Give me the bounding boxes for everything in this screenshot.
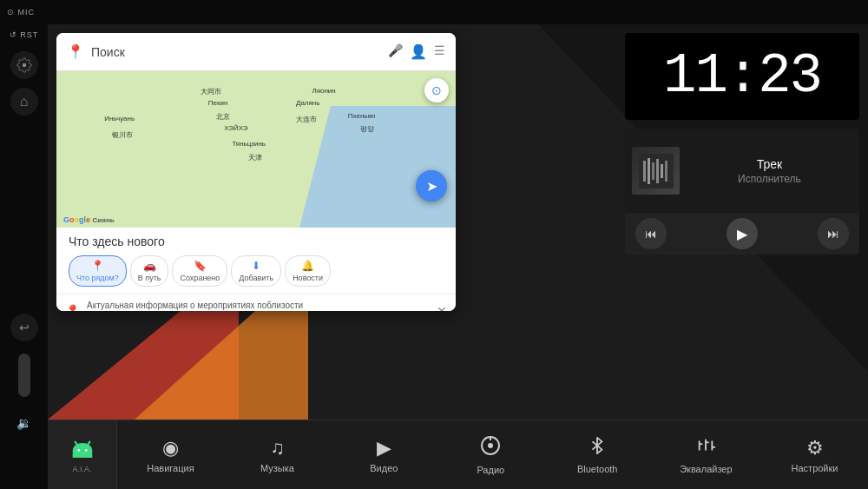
svg-point-13 <box>84 449 87 452</box>
city-tianjin: Тяньцзинь <box>232 140 266 148</box>
device-home-btn[interactable]: ⌂ <box>10 88 38 116</box>
music-icon: ♫ <box>270 437 285 459</box>
city-dalian-cn: 大连市 <box>296 115 317 124</box>
equalizer-label: Эквалайзер <box>680 464 732 474</box>
svg-line-11 <box>87 441 89 445</box>
city-tianjin-cn: 天津 <box>248 153 262 162</box>
city-beijing-cn: 北京 <box>216 112 230 122</box>
music-top: Трек Исполнитель <box>625 129 859 213</box>
navigation-label: Навигация <box>147 463 194 473</box>
bluetooth-icon <box>588 436 607 460</box>
settings-label: Настройки <box>792 463 838 473</box>
music-label: Музыка <box>260 463 294 473</box>
info-banner-icon: 📍 <box>65 304 80 311</box>
maps-mic-icon[interactable]: 🎤 <box>388 43 403 60</box>
city-beijing: Пекин <box>208 99 228 107</box>
whats-new-panel: Что здесь нового 📍 Что рядом? 🚗 В путь 🔖… <box>56 228 456 287</box>
info-banner: 📍 Актуальная информация о мероприятиях п… <box>56 294 456 311</box>
bluetooth-label: Bluetooth <box>577 464 617 474</box>
volume-slider[interactable] <box>18 354 30 397</box>
whats-new-title: Что здесь нового <box>69 235 444 248</box>
svg-rect-5 <box>661 164 663 178</box>
svg-point-12 <box>77 449 80 452</box>
whats-new-tabs: 📍 Что рядом? 🚗 В путь 🔖 Сохранено ⬇ Доба… <box>69 255 444 287</box>
video-icon: ▶ <box>377 437 391 459</box>
svg-rect-2 <box>648 158 650 184</box>
tab-add[interactable]: ⬇ Добавить <box>231 255 281 287</box>
city-heihe: ХЭЙХЭ <box>224 124 247 132</box>
tab-nearby[interactable]: 📍 Что рядом? <box>69 255 127 287</box>
music-album-image <box>632 147 680 195</box>
city-yinchuan: Иньчуань <box>104 115 135 122</box>
device-back-btn[interactable]: ↩ <box>10 314 38 341</box>
maps-search-bar: 📍 Поиск 🎤 👤 ☰ <box>56 33 456 71</box>
android-home-button[interactable]: A.I.A. <box>48 420 117 490</box>
bottom-nav: A.I.A. ◉ Навигация ♫ Музыка ▶ Видео <box>48 420 868 489</box>
svg-rect-3 <box>652 162 654 180</box>
android-icon <box>70 437 95 461</box>
android-label: A.I.A. <box>72 465 91 473</box>
map-navigate-button[interactable]: ➤ <box>416 170 447 202</box>
music-info: Трек Исполнитель <box>687 157 852 185</box>
music-track-label: Трек <box>757 157 782 171</box>
svg-rect-4 <box>656 159 659 183</box>
info-banner-close-button[interactable]: ✕ <box>437 304 447 311</box>
tab-saved[interactable]: 🔖 Сохранено <box>172 255 227 287</box>
nav-items: ◉ Навигация ♫ Музыка ▶ Видео Ра <box>117 428 868 482</box>
maps-menu-icon[interactable]: ☰ <box>434 43 445 60</box>
main-content: 📍 Поиск 🎤 👤 ☰ Иньчуань 银川市 Пекин 北京 大同市 … <box>48 24 868 489</box>
nav-item-video[interactable]: ▶ Видео <box>349 428 418 482</box>
svg-rect-6 <box>665 161 667 182</box>
navigation-icon: ◉ <box>162 437 179 459</box>
maps-logo-icon: 📍 <box>67 43 84 60</box>
equalizer-icon <box>696 436 715 460</box>
music-play-button[interactable]: ▶ <box>727 218 758 249</box>
info-banner-text: Актуальная информация о мероприятиях поб… <box>87 300 430 311</box>
music-next-button[interactable]: ⏭ <box>818 218 849 249</box>
google-maps-logo: Google Сиянь <box>63 215 115 224</box>
device-vol-icon: 🔉 <box>10 409 38 437</box>
music-controls: ⏮ ▶ ⏭ <box>625 213 859 254</box>
top-device-mic: ⊙ MIC <box>7 8 35 17</box>
map-area[interactable]: Иньчуань 银川市 Пекин 北京 大同市 Далянь 大连市 Ляо… <box>56 71 456 228</box>
maps-panel: 📍 Поиск 🎤 👤 ☰ Иньчуань 银川市 Пекин 北京 大同市 … <box>56 33 456 311</box>
nav-item-bluetooth[interactable]: Bluetooth <box>562 428 632 482</box>
music-album-art <box>632 147 680 195</box>
svg-line-10 <box>75 441 77 445</box>
nav-item-radio[interactable]: Радио <box>456 428 525 482</box>
clock-panel: 11:23 <box>625 33 859 120</box>
city-pyongyang-kr: 평양 <box>360 124 374 134</box>
svg-rect-1 <box>643 161 646 182</box>
svg-rect-9 <box>72 453 91 457</box>
tab-enroute[interactable]: 🚗 В путь <box>130 255 169 287</box>
device-rst-label: ↺ RST <box>10 30 39 39</box>
music-artist-label: Исполнитель <box>738 173 801 185</box>
svg-point-15 <box>488 443 493 448</box>
nav-item-music[interactable]: ♫ Музыка <box>242 428 312 482</box>
radio-label: Радио <box>477 465 504 475</box>
city-yinchuan-cn: 银川市 <box>112 130 133 140</box>
video-label: Видео <box>370 463 398 473</box>
nav-item-navigation[interactable]: ◉ Навигация <box>135 428 205 482</box>
city-liaoning: Ляонин <box>312 87 335 95</box>
nav-item-settings[interactable]: ⚙ Настройки <box>780 428 850 482</box>
clock-time: 11:23 <box>663 45 821 108</box>
maps-profile-icon[interactable]: 👤 <box>410 43 427 60</box>
tab-news[interactable]: 🔔 Новости <box>285 255 331 287</box>
city-pyongyang: Пхеньян <box>348 112 375 120</box>
city-datong: 大同市 <box>201 87 221 96</box>
map-location-button[interactable]: ⊙ <box>424 78 449 102</box>
settings-icon: ⚙ <box>806 437 824 459</box>
maps-search-text[interactable]: Поиск <box>91 45 381 59</box>
nav-item-equalizer[interactable]: Эквалайзер <box>669 428 742 482</box>
radio-icon <box>480 435 501 461</box>
music-panel: Трек Исполнитель ⏮ ▶ ⏭ <box>625 129 859 254</box>
city-dalian: Далянь <box>296 99 319 107</box>
device-settings-btn[interactable] <box>10 51 38 79</box>
music-prev-button[interactable]: ⏮ <box>635 218 667 249</box>
